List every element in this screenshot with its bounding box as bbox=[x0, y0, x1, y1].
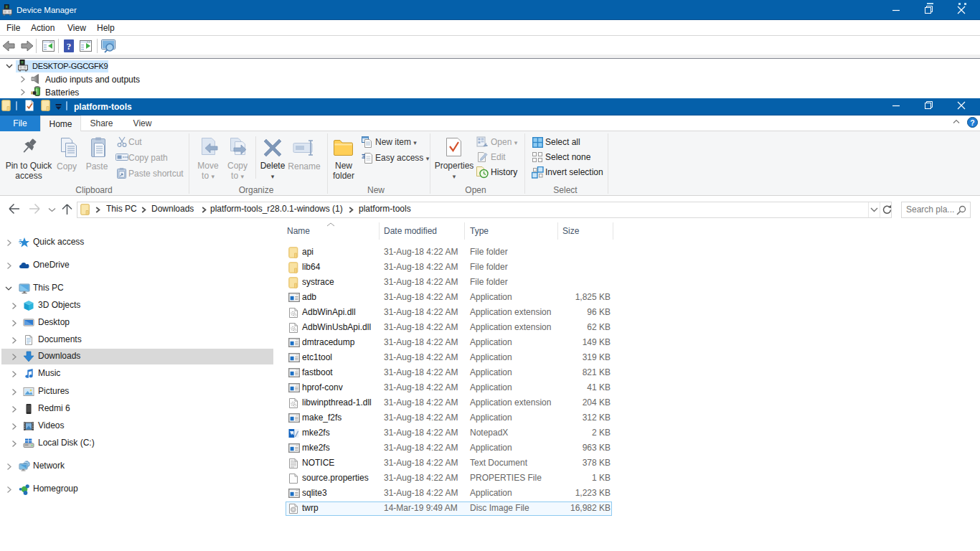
svg-text:?: ? bbox=[970, 118, 974, 127]
svg-text:?: ? bbox=[67, 41, 72, 52]
